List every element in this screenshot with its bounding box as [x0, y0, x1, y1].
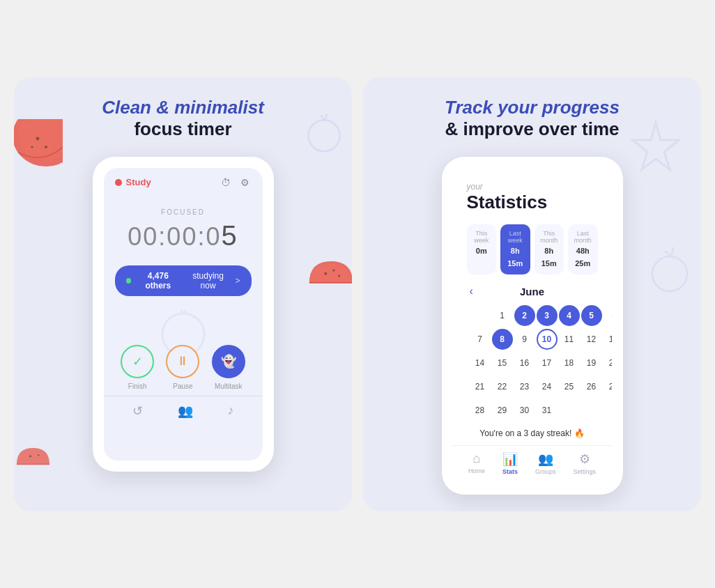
timer-last-digit: 5 [221, 220, 238, 251]
stat-this-week[interactable]: This week 0m [467, 224, 497, 274]
nav-stats[interactable]: 📊 Stats [502, 451, 518, 475]
cal-cell-22[interactable]: 22 [492, 376, 513, 397]
stats-icon: 📊 [502, 451, 518, 467]
nav-groups[interactable]: 👥 Groups [535, 451, 556, 475]
cal-cell-10-today[interactable]: 10 [537, 329, 558, 350]
watermelon-bottom-left-deco [14, 445, 52, 483]
nav-settings[interactable]: ⚙ Settings [573, 451, 596, 475]
stats-content: your Statistics This week 0m Last week 8… [453, 168, 612, 445]
cal-cell-11[interactable]: 11 [559, 329, 580, 350]
left-phone-mockup: Study ⏱ ⚙ FOCUSED 00:00:05 [93, 157, 274, 472]
cal-cell-29[interactable]: 29 [492, 400, 513, 421]
watermelon-mid-right-deco [307, 258, 352, 307]
nav-timer-icon[interactable]: ↺ [132, 403, 143, 419]
stat-last-week-period: Last week [505, 230, 526, 244]
left-panel-title: Clean & minimalist focus timer [31, 97, 335, 140]
cal-cell-empty-1 [470, 305, 491, 326]
main-container: Clean & minimalist focus timer Study ⏱ ⚙ [0, 63, 715, 525]
cal-empty-5 [559, 400, 580, 421]
cal-cell-24[interactable]: 24 [537, 376, 558, 397]
cal-cell-3[interactable]: 3 [537, 305, 558, 326]
tomato-icon [115, 179, 122, 186]
svg-point-7 [324, 272, 327, 274]
svg-point-12 [38, 454, 39, 455]
left-title-normal: focus timer [31, 118, 335, 140]
cal-cell-7[interactable]: 7 [470, 329, 491, 350]
cal-cell-30[interactable]: 30 [514, 400, 535, 421]
cal-cell-17[interactable]: 17 [537, 353, 558, 373]
cal-cell-16[interactable]: 16 [514, 353, 535, 373]
cal-empty-6 [581, 400, 602, 421]
nav-home[interactable]: ⌂ Home [468, 451, 485, 475]
cal-cell-26[interactable]: 26 [581, 376, 602, 397]
cal-cell-23[interactable]: 23 [514, 376, 535, 397]
right-phone-inner: your Statistics This week 0m Last week 8… [453, 168, 612, 483]
nav-friends-icon[interactable]: 👥 [178, 403, 193, 419]
stat-this-month[interactable]: This month 8h 15m [535, 224, 564, 274]
tomato-top-right-deco [303, 112, 345, 154]
cal-empty-7 [603, 400, 612, 421]
calendar: ‹ June 1 2 3 4 5 6 [467, 286, 598, 445]
prev-month-button[interactable]: ‹ [470, 285, 473, 297]
settings-label: Settings [573, 468, 596, 475]
tomato-bg-deco [141, 310, 225, 352]
cal-cell-14[interactable]: 14 [470, 353, 491, 373]
statistics-title: Statistics [467, 192, 598, 213]
left-panel: Clean & minimalist focus timer Study ⏱ ⚙ [14, 77, 352, 511]
svg-point-13 [162, 314, 204, 352]
cal-cell-1[interactable]: 1 [492, 305, 513, 326]
stat-last-week-value: 8h 15m [507, 247, 523, 268]
groups-icon: 👥 [538, 451, 553, 467]
timer-value: 00:00:0 [128, 222, 221, 251]
timer-display: 00:00:05 [115, 220, 252, 252]
cal-cell-28[interactable]: 28 [470, 400, 491, 421]
cal-cell-12[interactable]: 12 [581, 329, 602, 350]
spacer [104, 310, 263, 331]
svg-point-3 [45, 146, 47, 148]
cal-cell-8[interactable]: 8 [492, 329, 513, 350]
finish-label: Finish [128, 382, 147, 390]
cal-cell-4[interactable]: 4 [559, 305, 580, 326]
groups-label: Groups [535, 468, 556, 475]
cal-cell-21[interactable]: 21 [470, 376, 491, 397]
bottom-nav-right: ⌂ Home 📊 Stats 👥 Groups ⚙ Settings [453, 445, 612, 483]
green-dot-icon [126, 278, 132, 284]
phone-header-icons: ⏱ ⚙ [220, 176, 252, 189]
cal-cell-31[interactable]: 31 [537, 400, 558, 421]
cal-cell-9[interactable]: 9 [514, 329, 535, 350]
cal-cell-15[interactable]: 15 [492, 353, 513, 373]
cal-cell-5[interactable]: 5 [581, 305, 602, 326]
calendar-grid: 1 2 3 4 5 6 7 8 9 10 11 12 [470, 304, 595, 421]
cal-cell-25[interactable]: 25 [559, 376, 580, 397]
stat-last-month[interactable]: Last month 48h 25m [568, 224, 598, 274]
your-label: your [467, 182, 598, 192]
focused-label: FOCUSED [115, 208, 252, 216]
multitask-label: Multitask [215, 382, 242, 390]
stat-last-week[interactable]: Last week 8h 15m [500, 224, 530, 274]
left-phone-inner: Study ⏱ ⚙ FOCUSED 00:00:05 [104, 168, 263, 461]
timer-icon[interactable]: ⏱ [220, 176, 232, 189]
stats-summary-row: This week 0m Last week 8h 15m This month… [467, 224, 598, 274]
home-label: Home [468, 467, 485, 474]
settings-icon[interactable]: ⚙ [239, 176, 252, 189]
cal-cell-19[interactable]: 19 [581, 353, 602, 373]
tomato-right-deco [645, 245, 694, 293]
nav-music-icon[interactable]: ♪ [228, 403, 234, 419]
stat-last-month-period: Last month [572, 230, 594, 244]
cal-cell-20[interactable]: 20 [603, 353, 612, 373]
svg-point-11 [29, 455, 31, 457]
cal-cell-6[interactable]: 6 [603, 305, 612, 326]
left-title-accent: Clean & minimalist [102, 97, 264, 118]
phone-header: Study ⏱ ⚙ [104, 168, 263, 194]
svg-point-14 [652, 256, 687, 291]
stat-this-month-period: This month [539, 230, 560, 244]
others-studying-button[interactable]: 4,476 others studying now > [115, 265, 252, 296]
settings-icon: ⚙ [579, 451, 590, 467]
cal-cell-18[interactable]: 18 [559, 353, 580, 373]
svg-point-5 [309, 120, 340, 151]
cal-cell-27[interactable]: 27 [603, 376, 612, 397]
arrow-icon: > [235, 276, 240, 286]
star-deco [624, 119, 687, 182]
cal-cell-13[interactable]: 13 [603, 329, 612, 350]
cal-cell-2[interactable]: 2 [514, 305, 535, 326]
